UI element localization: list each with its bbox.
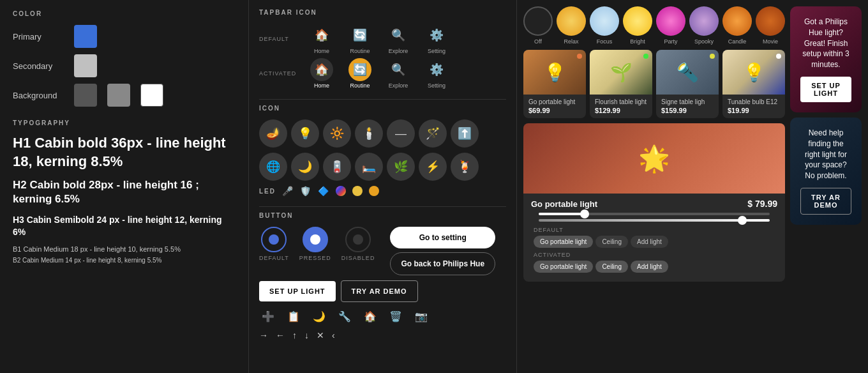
tab-addlight-default[interactable]: Add light (631, 236, 668, 248)
warmth-slider-thumb[interactable] (738, 216, 747, 225)
icon-grid-1: 🪔 💡 🔆 🕯️ — 🪄 ⬆️ (259, 119, 506, 148)
product-card-2[interactable]: 🌱 Flourish table light $129.99 (590, 50, 652, 118)
tapbar-activated-row: ACTIVATED 🏠 Home 🔄 Routine 🔍 Explore (259, 58, 506, 89)
go-back-button[interactable]: Go back to Philips Hue (390, 252, 495, 275)
icon-grid-2: 🌐 🌙 🪫 🛏️ 🌿 ⚡ 🍹 (259, 153, 506, 181)
mood-movie-circle (756, 6, 785, 36)
mood-movie[interactable]: Movie (756, 6, 785, 45)
tab-addlight-activated[interactable]: Add light (631, 261, 668, 273)
settings2-icon[interactable]: 🔧 (336, 307, 354, 325)
mood-off-label: Off (534, 38, 542, 45)
btn-pressed-inner (310, 234, 320, 245)
mood-party[interactable]: Party (656, 6, 685, 45)
go-to-setting-button[interactable]: Go to setting (390, 227, 495, 248)
background-label: Background (13, 91, 64, 100)
mood-bright[interactable]: Bright (623, 6, 652, 45)
bg-swatch-1[interactable] (74, 84, 97, 107)
tapbar-routine-label: Routine (350, 48, 370, 54)
ar-demo-card-button[interactable]: TRY AR DEMO (800, 188, 851, 215)
home2-icon[interactable]: 🏠 (361, 307, 379, 325)
warmth-slider-track[interactable] (539, 219, 770, 222)
product-grid: 💡 Go portable light $69.99 🌱 Flourish ta… (523, 50, 785, 118)
product-card-1[interactable]: 💡 Go portable light $69.99 (523, 50, 586, 118)
mood-relax-circle (557, 6, 586, 36)
color-section-label: COLOR (13, 10, 236, 17)
large-card-title-row: Go portable light $ 79.99 (531, 199, 777, 209)
secondary-color-row: Secondary (13, 54, 236, 77)
ar-demo-button[interactable]: TRY AR DEMO (341, 280, 418, 302)
table-lamp2-icon: 🪫 (323, 153, 351, 181)
tapbar-routine-active-label: Routine (350, 82, 370, 89)
product-img-4: 💡 (722, 50, 785, 95)
tapbar-routine-active[interactable]: 🔄 Routine (342, 58, 378, 89)
mid-panel: TAPBAR ICON DEFAULT 🏠 Home 🔄 Routine 🔍 E… (249, 0, 517, 373)
add-icon[interactable]: ➕ (259, 307, 277, 325)
type-h3: H3 Cabin Semibold 24 px - line height 12… (13, 214, 236, 237)
brightness-slider-track[interactable] (539, 213, 770, 215)
mood-candle-circle (722, 6, 752, 36)
setting-icon: ⚙️ (425, 24, 448, 47)
arrow-up-icon: ↑ (292, 330, 297, 340)
tapbar-setting-active[interactable]: ⚙️ Setting (419, 58, 454, 89)
tab-ceiling-default[interactable]: Ceiling (595, 236, 628, 248)
camera-icon[interactable]: 📷 (412, 307, 430, 325)
brightness-slider-thumb[interactable] (580, 209, 589, 218)
mood-off-circle (523, 6, 553, 36)
primary-label: Primary (13, 32, 64, 42)
color-wheel-icon (336, 186, 346, 196)
tapbar-label: TAPBAR ICON (259, 9, 506, 16)
setup-light-button[interactable]: SET UP LIGHT (259, 281, 336, 301)
tapbar-home-active[interactable]: 🏠 Home (304, 58, 340, 89)
explore-active-icon: 🔍 (387, 58, 410, 81)
bg-swatch-3[interactable] (140, 84, 163, 107)
btn-pressed-label: PRESSED (299, 255, 331, 261)
typography-section: TYPOGRAPHY H1 Cabin bold 36px - line hei… (13, 119, 236, 264)
led-row: LED 🎤 🛡️ 🔷 (259, 186, 506, 196)
tapbar-setting[interactable]: ⚙️ Setting (419, 24, 454, 54)
home-active-icon: 🏠 (310, 58, 333, 81)
type-b1: B1 Cabin Medium 18 px - line height 10, … (13, 245, 236, 253)
arrow-down-icon: ↓ (304, 330, 309, 340)
mood-focus[interactable]: Focus (590, 6, 619, 45)
product-name-1: Go portable light (528, 98, 581, 105)
mood-candle[interactable]: Candle (722, 6, 752, 45)
product-info-1: Go portable light $69.99 (523, 95, 586, 118)
type-b2: B2 Cabin Medium 14 px - line height 8, k… (13, 257, 236, 264)
tapbar-default-label: DEFAULT (259, 36, 304, 42)
product-card-3[interactable]: 🔦 Signe table ligh $159.99 (656, 50, 719, 118)
tapbar-activated-label: ACTIVATED (259, 70, 304, 77)
mood-relax[interactable]: Relax (557, 6, 586, 45)
product-name-3: Signe table ligh (661, 98, 714, 105)
bar-icon: 🍹 (451, 153, 479, 181)
arrow-left-icon: ← (276, 330, 285, 340)
product-price-2: $129.99 (595, 107, 647, 114)
tab-go-portable-default[interactable]: Go portable light (534, 236, 593, 248)
tab-ceiling-activated[interactable]: Ceiling (595, 261, 628, 273)
tab-section: DEFAULT Go portable light Ceiling Add li… (531, 227, 777, 273)
setup-light-card-button[interactable]: SET UP LIGHT (800, 77, 851, 102)
trash-icon[interactable]: 🗑️ (387, 307, 405, 325)
mood-row: Off Relax Focus Bright Party Spooky (523, 6, 785, 45)
primary-swatch[interactable] (74, 25, 97, 48)
large-product-card: 🌟 Go portable light $ 79.99 (523, 123, 785, 282)
primary-color-row: Primary (13, 25, 236, 48)
mood-off[interactable]: Off (523, 6, 553, 45)
tab-go-portable-activated[interactable]: Go portable light (534, 261, 593, 273)
mood-relax-label: Relax (564, 38, 578, 45)
btn-pressed-circle (303, 227, 328, 252)
moon-icon[interactable]: 🌙 (310, 307, 328, 325)
pendant-icon: ⬆️ (451, 119, 479, 148)
tapbar-explore[interactable]: 🔍 Explore (380, 24, 416, 54)
tapbar-home[interactable]: 🏠 Home (304, 24, 340, 54)
secondary-swatch[interactable] (74, 54, 97, 77)
bg-swatch-2[interactable] (107, 84, 130, 107)
copy-icon[interactable]: 📋 (285, 307, 303, 325)
tapbar-explore-active[interactable]: 🔍 Explore (380, 58, 416, 89)
background-color-row: Background (13, 84, 236, 107)
mood-spooky[interactable]: Spooky (689, 6, 719, 45)
tapbar-routine[interactable]: 🔄 Routine (342, 24, 378, 54)
product-card-4[interactable]: 💡 Tunable bulb E12 $19.99 (722, 50, 785, 118)
tab-activated-row: Go portable light Ceiling Add light (534, 261, 775, 273)
arc-lamp-icon: 🌙 (291, 153, 319, 181)
arrow-right-icon: → (259, 330, 268, 340)
